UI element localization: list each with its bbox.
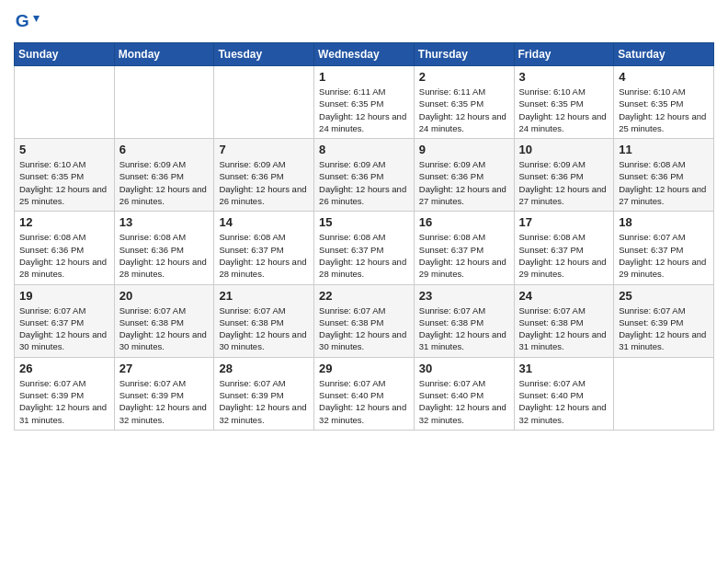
day-info: Sunrise: 6:07 AM Sunset: 6:38 PM Dayligh… [219,304,309,353]
day-number: 18 [619,215,709,229]
day-info: Sunrise: 6:07 AM Sunset: 6:39 PM Dayligh… [119,377,210,426]
day-info: Sunrise: 6:07 AM Sunset: 6:37 PM Dayligh… [19,304,109,353]
calendar-cell: 20Sunrise: 6:07 AM Sunset: 6:38 PM Dayli… [114,284,214,357]
weekday-header: Friday [514,43,614,66]
calendar-body: 1Sunrise: 6:11 AM Sunset: 6:35 PM Daylig… [15,66,714,431]
day-number: 30 [419,362,509,375]
calendar-cell: 6Sunrise: 6:09 AM Sunset: 6:36 PM Daylig… [114,139,214,212]
weekday-header: Sunday [15,43,115,66]
day-number: 10 [519,143,609,156]
page-header: G [14,9,714,35]
day-number: 23 [419,289,509,303]
calendar-cell: 12Sunrise: 6:08 AM Sunset: 6:36 PM Dayli… [15,212,115,284]
day-info: Sunrise: 6:07 AM Sunset: 6:40 PM Dayligh… [519,377,609,426]
day-info: Sunrise: 6:07 AM Sunset: 6:38 PM Dayligh… [519,304,609,353]
calendar-cell: 23Sunrise: 6:07 AM Sunset: 6:38 PM Dayli… [414,284,514,357]
day-info: Sunrise: 6:07 AM Sunset: 6:40 PM Dayligh… [319,377,409,426]
calendar-cell: 16Sunrise: 6:08 AM Sunset: 6:37 PM Dayli… [414,212,514,284]
logo-icon: G [14,9,40,35]
day-info: Sunrise: 6:08 AM Sunset: 6:37 PM Dayligh… [219,231,309,280]
calendar-cell: 24Sunrise: 6:07 AM Sunset: 6:38 PM Dayli… [514,284,614,357]
calendar-cell: 21Sunrise: 6:07 AM Sunset: 6:38 PM Dayli… [214,284,314,357]
day-number: 3 [519,70,609,84]
day-info: Sunrise: 6:09 AM Sunset: 6:36 PM Dayligh… [219,158,309,207]
day-info: Sunrise: 6:09 AM Sunset: 6:36 PM Dayligh… [519,158,609,207]
day-number: 20 [119,289,210,303]
day-info: Sunrise: 6:09 AM Sunset: 6:36 PM Dayligh… [319,158,409,207]
calendar-cell: 22Sunrise: 6:07 AM Sunset: 6:38 PM Dayli… [314,284,415,357]
day-info: Sunrise: 6:08 AM Sunset: 6:37 PM Dayligh… [519,231,609,280]
calendar-cell: 19Sunrise: 6:07 AM Sunset: 6:37 PM Dayli… [15,284,115,357]
day-info: Sunrise: 6:10 AM Sunset: 6:35 PM Dayligh… [519,86,609,134]
day-number: 1 [319,70,409,84]
day-number: 14 [219,215,309,229]
day-info: Sunrise: 6:11 AM Sunset: 6:35 PM Dayligh… [419,86,509,134]
logo: G [14,9,43,35]
calendar-table: SundayMondayTuesdayWednesdayThursdayFrid… [14,42,714,431]
calendar-cell: 18Sunrise: 6:07 AM Sunset: 6:37 PM Dayli… [614,212,714,284]
day-number: 25 [619,289,709,303]
calendar-cell [214,66,314,139]
day-number: 19 [19,289,109,303]
day-info: Sunrise: 6:08 AM Sunset: 6:37 PM Dayligh… [419,231,509,280]
calendar-cell: 1Sunrise: 6:11 AM Sunset: 6:35 PM Daylig… [314,66,415,139]
calendar-cell [614,357,714,430]
day-number: 22 [319,289,409,303]
day-number: 16 [419,215,509,229]
day-number: 2 [419,70,509,84]
calendar-week-row: 5Sunrise: 6:10 AM Sunset: 6:35 PM Daylig… [15,139,714,212]
calendar-cell: 27Sunrise: 6:07 AM Sunset: 6:39 PM Dayli… [114,357,214,430]
day-number: 17 [519,215,609,229]
calendar-cell: 10Sunrise: 6:09 AM Sunset: 6:36 PM Dayli… [514,139,614,212]
calendar-header: SundayMondayTuesdayWednesdayThursdayFrid… [15,43,714,66]
weekday-header: Saturday [614,43,714,66]
calendar-cell: 28Sunrise: 6:07 AM Sunset: 6:39 PM Dayli… [214,357,314,430]
day-info: Sunrise: 6:07 AM Sunset: 6:39 PM Dayligh… [19,377,109,426]
day-number: 13 [119,215,210,229]
day-info: Sunrise: 6:07 AM Sunset: 6:38 PM Dayligh… [419,304,509,353]
weekday-header: Monday [114,43,214,66]
day-number: 12 [19,215,109,229]
calendar-cell: 15Sunrise: 6:08 AM Sunset: 6:37 PM Dayli… [314,212,415,284]
day-info: Sunrise: 6:07 AM Sunset: 6:39 PM Dayligh… [219,377,309,426]
calendar-week-row: 12Sunrise: 6:08 AM Sunset: 6:36 PM Dayli… [15,212,714,284]
day-info: Sunrise: 6:07 AM Sunset: 6:38 PM Dayligh… [319,304,409,353]
day-number: 21 [219,289,309,303]
day-number: 15 [319,215,409,229]
svg-marker-1 [33,16,40,22]
calendar-cell: 31Sunrise: 6:07 AM Sunset: 6:40 PM Dayli… [514,357,614,430]
calendar-cell: 3Sunrise: 6:10 AM Sunset: 6:35 PM Daylig… [514,66,614,139]
calendar-cell: 13Sunrise: 6:08 AM Sunset: 6:36 PM Dayli… [114,212,214,284]
calendar-cell: 17Sunrise: 6:08 AM Sunset: 6:37 PM Dayli… [514,212,614,284]
calendar-cell: 9Sunrise: 6:09 AM Sunset: 6:36 PM Daylig… [414,139,514,212]
calendar-cell: 4Sunrise: 6:10 AM Sunset: 6:35 PM Daylig… [614,66,714,139]
calendar-week-row: 19Sunrise: 6:07 AM Sunset: 6:37 PM Dayli… [15,284,714,357]
calendar-week-row: 26Sunrise: 6:07 AM Sunset: 6:39 PM Dayli… [15,357,714,430]
day-number: 5 [19,143,109,156]
svg-text:G: G [16,11,29,30]
weekday-header: Wednesday [314,43,415,66]
day-info: Sunrise: 6:09 AM Sunset: 6:36 PM Dayligh… [419,158,509,207]
day-number: 6 [119,143,210,156]
day-info: Sunrise: 6:10 AM Sunset: 6:35 PM Dayligh… [619,86,709,134]
day-info: Sunrise: 6:10 AM Sunset: 6:35 PM Dayligh… [19,158,109,207]
day-number: 31 [519,362,609,375]
weekday-header: Tuesday [214,43,314,66]
weekday-header-row: SundayMondayTuesdayWednesdayThursdayFrid… [15,43,714,66]
day-number: 29 [319,362,409,375]
day-info: Sunrise: 6:08 AM Sunset: 6:36 PM Dayligh… [19,231,109,280]
day-number: 26 [19,362,109,375]
calendar-cell: 29Sunrise: 6:07 AM Sunset: 6:40 PM Dayli… [314,357,415,430]
day-info: Sunrise: 6:08 AM Sunset: 6:36 PM Dayligh… [119,231,210,280]
calendar-cell: 11Sunrise: 6:08 AM Sunset: 6:36 PM Dayli… [614,139,714,212]
day-number: 24 [519,289,609,303]
calendar-cell: 8Sunrise: 6:09 AM Sunset: 6:36 PM Daylig… [314,139,415,212]
calendar-week-row: 1Sunrise: 6:11 AM Sunset: 6:35 PM Daylig… [15,66,714,139]
day-number: 28 [219,362,309,375]
day-number: 27 [119,362,210,375]
calendar-cell: 2Sunrise: 6:11 AM Sunset: 6:35 PM Daylig… [414,66,514,139]
calendar-cell [15,66,115,139]
day-info: Sunrise: 6:07 AM Sunset: 6:40 PM Dayligh… [419,377,509,426]
weekday-header: Thursday [414,43,514,66]
calendar-cell [114,66,214,139]
